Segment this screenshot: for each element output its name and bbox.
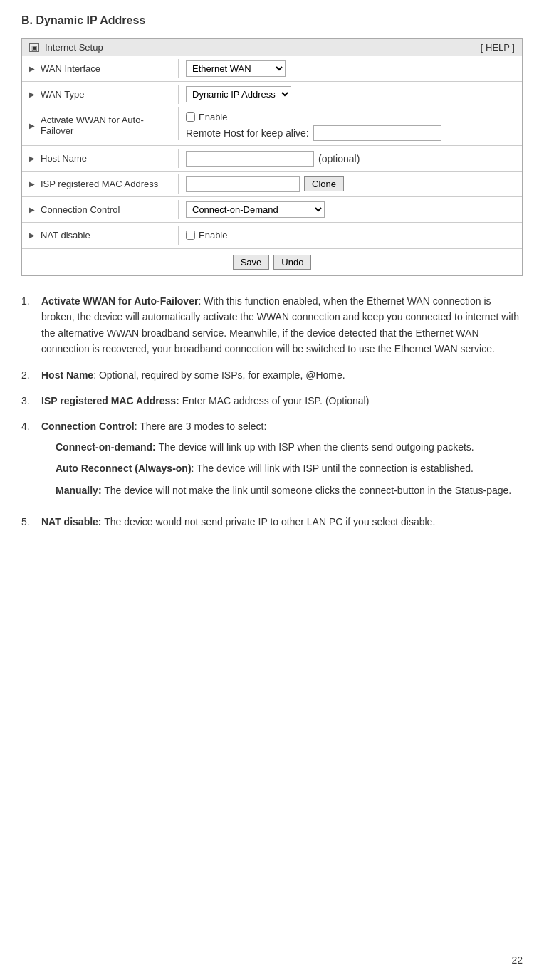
arrow-icon: ▶: [29, 122, 35, 130]
nat-enable-checkbox[interactable]: [186, 231, 195, 240]
page-number: 22: [511, 954, 523, 966]
list-number: 3.: [21, 393, 34, 409]
sub-list: Connect-on-demand: The device will link …: [41, 439, 523, 498]
list-body: NAT disable: The device would not send p…: [41, 514, 523, 529]
table-header-title: ▣ Internet Setup: [29, 42, 103, 53]
clone-button[interactable]: Clone: [304, 176, 344, 191]
list-number: 5.: [21, 514, 34, 529]
nat-enable-text: Enable: [199, 230, 227, 241]
arrow-icon: ▶: [29, 180, 35, 188]
list-body: Activate WWAN for Auto-Failover: With th…: [41, 293, 523, 357]
nat-disable-label-text: NAT disable: [41, 230, 90, 241]
wan-type-select[interactable]: Dynamic IP Address Static IP Address PPP…: [186, 86, 291, 102]
term-text: Connection Control: [41, 421, 135, 432]
term-text: NAT disable:: [41, 516, 102, 527]
list-item: 2. Host Name: Optional, required by some…: [21, 367, 523, 383]
connection-control-row: ▶ Connection Control Connect-on-Demand A…: [22, 197, 522, 223]
connection-control-content: Connect-on-Demand Auto Reconnect (Always…: [179, 197, 522, 222]
remote-host-input[interactable]: [313, 125, 441, 141]
monitor-icon: ▣: [29, 43, 39, 52]
arrow-icon: ▶: [29, 206, 35, 214]
wan-interface-label: ▶ WAN Interface: [22, 59, 179, 78]
mac-address-input[interactable]: [186, 176, 300, 192]
sub-list-item: Auto Reconnect (Always-on): The device w…: [56, 460, 523, 476]
mac-address-content: Clone: [179, 172, 522, 196]
list-number: 4.: [21, 418, 34, 504]
host-name-input[interactable]: [186, 151, 314, 167]
connection-control-label-text: Connection Control: [41, 204, 120, 215]
header-title-text: Internet Setup: [45, 42, 103, 53]
list-item: 5. NAT disable: The device would not sen…: [21, 514, 523, 529]
wan-interface-row: ▶ WAN Interface Ethernet WAN USB WAN: [22, 56, 522, 82]
host-name-label: ▶ Host Name: [22, 149, 179, 168]
wan-type-label-text: WAN Type: [41, 89, 84, 100]
wan-interface-label-text: WAN Interface: [41, 63, 100, 74]
nat-disable-label: ▶ NAT disable: [22, 226, 179, 245]
list-body: Connection Control: There are 3 modes to…: [41, 418, 523, 504]
sub-term: Manually:: [56, 485, 102, 496]
separator: :: [93, 369, 99, 381]
connection-control-select[interactable]: Connect-on-Demand Auto Reconnect (Always…: [186, 201, 325, 218]
list-body: ISP registered MAC Address: Enter MAC ad…: [41, 393, 523, 409]
host-name-label-text: Host Name: [41, 153, 87, 164]
desc-text: Optional, required by some ISPs, for exa…: [99, 369, 345, 381]
desc-text: Enter MAC address of your ISP. (Optional…: [182, 395, 370, 406]
arrow-icon: ▶: [29, 90, 35, 98]
save-undo-row: Save Undo: [22, 248, 522, 275]
wwan-remote-host-row: Remote Host for keep alive:: [186, 125, 515, 141]
undo-button[interactable]: Undo: [273, 255, 311, 270]
list-number: 1.: [21, 293, 34, 357]
sub-list-item: Connect-on-demand: The device will link …: [56, 439, 523, 455]
mac-address-label: ▶ ISP registered MAC Address: [22, 174, 179, 194]
separator: :: [198, 295, 204, 307]
sub-text: The device will link up with ISP when th…: [156, 441, 474, 453]
sub-term: Auto Reconnect (Always-on): [56, 463, 192, 474]
wwan-enable-label[interactable]: Enable: [186, 112, 515, 122]
wwan-label-text: Activate WWAN for Auto-Failover: [41, 115, 171, 136]
save-button[interactable]: Save: [233, 255, 270, 270]
connection-control-label: ▶ Connection Control: [22, 200, 179, 219]
page-title: B. Dynamic IP Address: [21, 14, 523, 27]
wan-type-label: ▶ WAN Type: [22, 85, 179, 104]
wan-interface-content: Ethernet WAN USB WAN: [179, 56, 522, 81]
list-item: 1. Activate WWAN for Auto-Failover: With…: [21, 293, 523, 357]
desc-text: There are 3 modes to select:: [140, 421, 266, 432]
term-text: ISP registered MAC Address:: [41, 395, 179, 406]
wwan-enable-checkbox[interactable]: [186, 112, 195, 122]
sub-text: The device will not make the link until …: [102, 485, 512, 496]
nat-disable-row: ▶ NAT disable Enable: [22, 223, 522, 248]
list-item: 3. ISP registered MAC Address: Enter MAC…: [21, 393, 523, 409]
list-item: 4. Connection Control: There are 3 modes…: [21, 418, 523, 504]
arrow-icon: ▶: [29, 231, 35, 239]
term-text: Activate WWAN for Auto-Failover: [41, 295, 198, 307]
arrow-icon: ▶: [29, 65, 35, 73]
term-text: Host Name: [41, 369, 93, 381]
help-link[interactable]: [ HELP ]: [481, 42, 515, 53]
wwan-label: ▶ Activate WWAN for Auto-Failover: [22, 107, 179, 140]
host-name-optional: (optional): [318, 153, 360, 164]
list-number: 2.: [21, 367, 34, 383]
mac-address-label-text: ISP registered MAC Address: [41, 179, 158, 189]
wwan-content: Enable Remote Host for keep alive:: [179, 107, 522, 145]
table-header: ▣ Internet Setup [ HELP ]: [22, 39, 522, 56]
sub-separator: :: [192, 463, 197, 474]
host-name-row: ▶ Host Name (optional): [22, 146, 522, 172]
wwan-row: ▶ Activate WWAN for Auto-Failover Enable…: [22, 107, 522, 146]
wan-type-row: ▶ WAN Type Dynamic IP Address Static IP …: [22, 82, 522, 107]
sub-text: The device will link with ISP until the …: [197, 463, 474, 474]
remote-host-label: Remote Host for keep alive:: [186, 127, 309, 139]
mac-address-row: ▶ ISP registered MAC Address Clone: [22, 172, 522, 197]
description-list: 1. Activate WWAN for Auto-Failover: With…: [21, 293, 523, 529]
desc-text: The device would not send private IP to …: [104, 516, 435, 527]
setup-table: ▣ Internet Setup [ HELP ] ▶ WAN Interfac…: [21, 38, 523, 276]
sub-term: Connect-on-demand:: [56, 441, 156, 453]
list-body: Host Name: Optional, required by some IS…: [41, 367, 523, 383]
nat-disable-content: Enable: [179, 226, 522, 245]
wwan-enable-text: Enable: [199, 112, 227, 122]
wan-interface-select[interactable]: Ethernet WAN USB WAN: [186, 60, 286, 77]
sub-list-item: Manually: The device will not make the l…: [56, 483, 523, 498]
wan-type-content: Dynamic IP Address Static IP Address PPP…: [179, 82, 522, 107]
arrow-icon: ▶: [29, 154, 35, 162]
host-name-content: (optional): [179, 147, 522, 171]
nat-enable-label[interactable]: Enable: [186, 230, 227, 241]
